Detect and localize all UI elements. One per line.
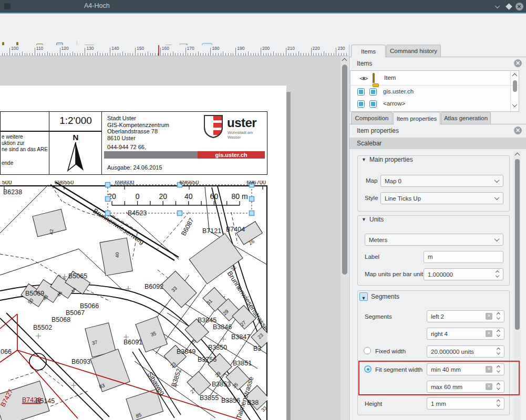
composition-canvas[interactable]: e weitereuktion zurne sind an das AREend… — [0, 56, 341, 420]
spin-down-icon[interactable] — [496, 369, 500, 373]
units-combobox[interactable]: Meters — [365, 234, 503, 246]
map-label: B3851 — [233, 360, 252, 367]
phone-number: 044-944 72 66, — [107, 144, 146, 150]
style-combobox[interactable]: Line Ticks Up — [380, 192, 503, 204]
scalebar-item[interactable]: 20020406080 m — [108, 192, 247, 205]
fit-max-spinbox[interactable]: max 60 mm × — [427, 381, 504, 393]
ruler-tick — [188, 53, 188, 56]
tab-composition[interactable]: Composition — [351, 112, 393, 124]
items-list-scrollbar[interactable] — [510, 71, 519, 111]
item-row[interactable]: <arrow> — [350, 98, 519, 110]
item-row[interactable]: gis.uster.ch — [350, 86, 519, 98]
tab-item-properties[interactable]: Item properties — [393, 112, 440, 124]
qgis-composer-window: A4-Hoch ✕ — [0, 0, 526, 420]
banner-gray-bar — [104, 151, 198, 159]
map-units-per-bar-unit-spinbox[interactable]: 1.000000 — [424, 268, 503, 280]
spin-down-icon[interactable] — [495, 274, 499, 278]
spin-down-icon[interactable] — [496, 351, 500, 355]
map-label: B3 — [253, 345, 261, 352]
fixed-width-radio[interactable] — [364, 347, 371, 354]
ruler-tick — [334, 53, 334, 56]
scroll-up-icon[interactable] — [514, 153, 520, 158]
web-banner: gis.uster.ch — [104, 151, 265, 159]
map-label: 40 — [114, 252, 120, 258]
ruler-tick — [120, 53, 120, 56]
segments-right-spinbox[interactable]: right 4 × — [427, 328, 504, 340]
map-label: B3855 — [200, 394, 219, 402]
ruler-tick — [173, 51, 173, 56]
map-canvas[interactable]: 20020406080 m B6238B4523B5065B5069B5066B… — [0, 181, 267, 420]
ruler-tick — [248, 51, 249, 56]
tab-command-history[interactable]: Command history — [386, 45, 441, 57]
map-scale-value: 1:2'000 — [49, 115, 102, 127]
visibility-checkbox[interactable] — [357, 100, 365, 108]
map-item[interactable]: 20020406080 m B6238B4523B5065B5069B5066B… — [0, 181, 267, 420]
minimize-button[interactable] — [493, 2, 501, 10]
scrollbar-thumb[interactable] — [515, 159, 520, 330]
spin-down-icon[interactable] — [496, 386, 500, 390]
height-spinbox[interactable]: 1 mm — [427, 397, 504, 410]
fixed-width-spinbox[interactable]: 20.000000 units — [427, 345, 504, 358]
map-combobox[interactable]: Map 0 — [380, 175, 503, 187]
map-label: B5069 — [25, 290, 44, 297]
spin-down-icon[interactable] — [496, 333, 500, 337]
items-close-button[interactable]: ✕ — [514, 59, 522, 67]
collapse-triangle-icon[interactable]: ▼ — [362, 157, 366, 162]
ruler-tick — [308, 53, 309, 56]
clear-icon[interactable]: × — [486, 383, 492, 390]
address-block: Stadt UsterGIS-KompetenzzentrumOberlands… — [107, 115, 169, 141]
ruler-tick — [105, 53, 106, 56]
ruler-label: 200 — [262, 46, 270, 51]
title-bar[interactable]: A4-Hoch ✕ — [0, 0, 526, 13]
fit-segment-width-radio[interactable] — [364, 365, 372, 373]
fit-min-spinbox[interactable]: min 40 mm × — [427, 363, 504, 375]
spin-down-icon[interactable] — [496, 316, 500, 320]
fixed-width-label: Fixed width — [375, 348, 406, 354]
ruler-tick — [165, 53, 166, 56]
ruler-tick — [205, 53, 206, 56]
svg-text:500: 500 — [2, 181, 12, 185]
tab-atlas-generation[interactable]: Atlas generation — [441, 112, 491, 124]
composition-page[interactable]: e weitereuktion zurne sind an das AREend… — [0, 86, 286, 420]
scrollbar-thumb[interactable] — [342, 65, 347, 275]
map-label: B6087 — [180, 217, 195, 237]
scroll-up-icon[interactable] — [512, 74, 518, 79]
clear-icon[interactable]: × — [486, 313, 492, 320]
collapse-triangle-icon[interactable]: ▼ — [359, 292, 368, 301]
ruler-tick — [223, 51, 223, 56]
height-label: Height — [365, 401, 382, 407]
ruler-tick — [306, 53, 306, 56]
maximize-button[interactable] — [504, 2, 513, 10]
segments-left-spinbox[interactable]: left 2 × — [427, 310, 504, 322]
scroll-down-icon[interactable] — [512, 102, 518, 107]
ruler-tick — [2, 53, 3, 56]
close-button[interactable]: ✕ — [515, 2, 523, 10]
scroll-up-icon[interactable] — [342, 58, 347, 64]
properties-scrollbar[interactable] — [513, 151, 521, 420]
clear-icon[interactable]: × — [486, 330, 492, 337]
ruler-tick — [190, 53, 191, 56]
items-table[interactable]: Item gis.uster.ch <arrow> — [350, 70, 519, 112]
ruler-tick — [255, 53, 256, 56]
ruler-tick — [90, 53, 90, 56]
scrollbar-thumb[interactable] — [513, 80, 517, 92]
label-input[interactable]: m — [424, 251, 503, 263]
canvas-vertical-scrollbar[interactable] — [341, 56, 348, 420]
ruler-tick — [298, 51, 299, 56]
info-row-divider — [1, 131, 102, 132]
tab-items-label: Items — [361, 48, 376, 55]
items-table-header: Item — [350, 71, 519, 86]
visibility-checkbox[interactable] — [357, 88, 365, 96]
tab-items[interactable]: Items — [351, 45, 386, 57]
app-menu-icon[interactable] — [4, 3, 11, 9]
properties-close-button[interactable]: ✕ — [514, 127, 522, 134]
ruler-tick — [163, 53, 163, 56]
lock-checkbox[interactable] — [369, 88, 377, 96]
collapse-triangle-icon[interactable]: ▼ — [362, 217, 366, 222]
ruler-tick — [37, 53, 38, 56]
tab-item-properties-label: Item properties — [397, 116, 437, 122]
spin-down-icon[interactable] — [496, 403, 500, 407]
items-dock-title: Items — [357, 60, 372, 67]
clear-icon[interactable]: × — [486, 366, 492, 373]
lock-checkbox[interactable] — [369, 100, 377, 108]
